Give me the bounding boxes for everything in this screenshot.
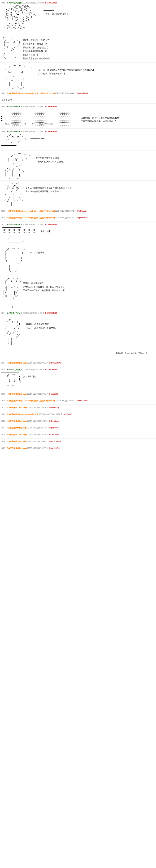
post-author[interactable]: 元单纪美柄技术助以&apos;>>xph公众号，真级人仇作github): [7, 210, 55, 212]
post-id[interactable]: ID:gw08pTu3: [49, 447, 60, 449]
post-date: 2021/02/13(星) 01:04:27.98: [27, 434, 48, 436]
post-id[interactable]: ID:JPiVEBPi34: [45, 130, 57, 132]
ascii-man-face: ━━━━━━━━━━━━━━ ,ｨ'""""'ｰ､ ,' ', | - - | …: [1, 372, 21, 389]
post-id[interactable]: ID:ulPeVoBy: [77, 210, 87, 212]
post-number: 2017: [1, 362, 5, 364]
post-id[interactable]: ID:JPiVEBPi34: [45, 312, 57, 314]
post-number: 2023: [1, 420, 5, 422]
post-header: 2017 : 元单纪美柄技术助以 sage 2021/02/13(星) 01:0…: [1, 362, 155, 364]
post-id[interactable]: ID:Jx5JeNvA: [49, 434, 60, 436]
ascii-man-back: ,ｨ''""""'''ｰ-..,_ ,' ', | | | ＿ ＿ | | | …: [1, 248, 28, 274]
post-2026: 2026 : 元单纪美柄技术助以 sage 2021/02/13(星) 01:0…: [0, 438, 156, 445]
post-author[interactable]: 元单纪美柄技术助以&apos;>>xph公众号，真级人仇作github): [7, 217, 55, 219]
post-text: 又想送情报: [1, 95, 155, 102]
post-author[interactable]: 元单纪美柄技术助以 sage: [7, 407, 27, 408]
post-text: 好，今日到此。: [24, 372, 155, 389]
post-author[interactable]: ★のNPO法人用亡人: [7, 130, 23, 132]
post-date: 2021/02/13(星) 01:03:42.80: [27, 393, 48, 395]
post-header: 2018 : ★のNPO法人用亡人 2021/02/13(星) 01:03:12…: [1, 369, 155, 371]
post-header: 2027 : 元单纪美柄技术助以 sage 2021/02/13(星) 01:0…: [1, 447, 155, 450]
post-author[interactable]: 元单纪美柄技术助以&apos;>>xph公众号，真级人仇作github): [7, 92, 55, 94]
post-author[interactable]: 元单纪美柄技术助以 sage: [7, 427, 27, 429]
post-header: 2003 : 元单纪美柄技术助以&apos;>>xph公众号，真级人仇作gith…: [1, 92, 155, 95]
post-text: 【等一会，就显瘦吗，沙发和其他可能是在腹塌的东西的场所】 【下体想法，设备维护技…: [37, 64, 155, 89]
post-id[interactable]: ID:JPiVEBPi34: [45, 105, 57, 107]
post-id[interactable]: ID:BmVtIooq: [49, 420, 60, 422]
post-header: 2020 : 元单纪美柄技术助以&apos;>>xph公众号，真级人仇作gith…: [1, 400, 155, 402]
text-line: 辛苦啦。稻子哦可菜？: [23, 282, 155, 285]
post-author[interactable]: ★のNPO法人用亡人: [7, 369, 23, 371]
text-line: 【下体想法，设备维护技好。】: [37, 72, 155, 75]
post-body: :.:.:.:.:.:.:.:.:.:.:.:.:.:.:.:.:.:.:.:.…: [1, 112, 155, 127]
post-date: 2021/02/13(星) 01:00:03.28: [27, 362, 48, 364]
ascii-skull: _,..-‐……‐-.._ ,ィ'´ ｀ヽ、 ,' ', | (○) (○) |…: [1, 64, 35, 89]
post-author[interactable]: 元单纪美柄技术助以&apos;>>xph公众号: [7, 413, 38, 415]
post-2007: ,..-―-..,_ ,ｨ'´ ｀ヽ、 ,' ,-、 ,-、 ', | (〇) …: [0, 151, 156, 181]
post-author[interactable]: 元单纪美柄技术助以 sage: [7, 362, 27, 364]
post-author[interactable]: 元单纪美柄技术助以 sage: [7, 440, 27, 442]
post-body: ,..-―-..,_ ,ｨ'´ ｀ヽ、 ,' ,-、 ,-、 ', | (〇) …: [1, 152, 155, 179]
post-id[interactable]: ID:ulPeVoBy: [49, 407, 59, 408]
post-header: 2025 : 元单纪美柄技术助以 sage 2021/02/13(星) 01:0…: [1, 433, 155, 436]
post-id[interactable]: ID:BPEDVMWr: [49, 362, 61, 364]
post-id[interactable]: ID:pvkloviw: [77, 217, 87, 219]
post-id[interactable]: ID:exga2imW: [77, 92, 88, 94]
post-2014: 2014 : ★のNPO法人用亡人 2021/02/13(星) 00:58:38…: [0, 310, 156, 317]
text-line: 从者也总归子竞饿的吧，要不再去个食披萨？: [23, 285, 155, 288]
ascii-girl-half: ,ｨ'"~ﾞ`ﾞ''ｰ､ ,/',(=) (=),\ 〈 ,' ､__, ,' …: [1, 133, 29, 149]
ascii-table: ┌──────────────┐ │::::::::::::::::::::::…: [1, 226, 36, 244]
post-id[interactable]: ID:BPEDVMWr: [49, 440, 61, 442]
post-number: 2024: [1, 427, 5, 429]
post-date: 2021/02/13(星) 00:40:32.87: [23, 105, 44, 107]
post-text: 好，大致告成啦。: [30, 248, 155, 274]
post-author[interactable]: 元单纪美柄技术助以 sage: [7, 447, 27, 449]
post-date: 2021/02/13(星) 01:03:52.84: [55, 400, 76, 402]
post-body: ,ｨ''~~''ｰ､ ,' (=) (=) ', | _,_ | ＼ ／ /|｀…: [1, 278, 155, 308]
text-line: 【马偶像人形轻微倾斜一些，】: [22, 42, 155, 45]
post-2004: 2004 : ★のNPO法人用亡人 2021/02/13(星) 00:40:32…: [0, 104, 156, 111]
post-id[interactable]: ID:huSSymUL: [77, 400, 88, 402]
post-author[interactable]: 元单纪美柄技术助以&apos;>>xph公众号，真级人仇作github): [7, 400, 55, 402]
post-date: 2021/02/13(星) 00:54:38.53: [23, 224, 44, 225]
post-date: 2021/02/13(星) 01:04:48.27: [27, 440, 48, 442]
post-2011: 2011 : ★のNPO法人用亡人 2021/02/13(星) 00:54:38…: [0, 222, 156, 246]
post-date: 2021/02/13(星) 00:46:58.37: [55, 217, 76, 219]
post-date: 2021/02/13(星) 00:45:54.07: [23, 130, 44, 132]
post-text: 【没有电视，没有书，没有游戏或其他任何】 【但那里应该有孩子需找的踪丝痕迹。】: [80, 112, 155, 127]
post-number: 2011: [1, 224, 5, 225]
post-2021: 2021 : 元单纪美柄技术助以 sage 2021/02/13(星) 01:0…: [0, 405, 156, 411]
post-author[interactable]: ★のNPO法人用亡人: [7, 2, 23, 4]
post-author[interactable]: 元单纪美柄技术助以 sage: [7, 420, 27, 422]
post-id[interactable]: ID:uniQlK6N: [49, 393, 59, 395]
post-body: ,ｨ''"~"'ｰ､ ,' (=) (=) ', | _,_ | ＼ ／ ／ ｀…: [1, 319, 155, 345]
post-author[interactable]: 元单纪美柄技术助以 sage: [7, 434, 27, 436]
post-author[interactable]: ★のNPO法人用亡人: [7, 224, 23, 225]
post-id[interactable]: ID:JPiVEBPi34: [45, 224, 57, 225]
post-id[interactable]: ID:pvkloviw: [49, 427, 58, 429]
text-line: 【但那里应该有孩子需找的踪丝痕迹。】: [80, 120, 155, 123]
post-number: 2019: [1, 393, 5, 395]
post-author[interactable]: ★のNPO法人用亡人: [7, 105, 23, 107]
post-author[interactable]: ★のNPO法人用亡人: [7, 312, 23, 314]
post-2017: 2017 : 元单纪美柄技术助以 sage 2021/02/13(星) 01:0…: [0, 360, 156, 367]
post-number: 2006: [1, 130, 5, 132]
post-number: 2020: [1, 400, 5, 402]
post-header: 2006 : ★のNPO法人用亡人 2021/02/13(星) 00:45:54…: [1, 130, 155, 133]
post-body: _,..-‐……‐-.._ ,ィ'´ ｀ヽ、 ,' ', | (○) (○) |…: [1, 64, 155, 89]
post-text: 【半天过去】: [38, 226, 155, 244]
post-body: ,―――-、 / ,-――-＼＼ ,' / ＼ヽ | |(=) (=)| | |…: [1, 35, 155, 61]
post-id[interactable]: ID:JPiVEBPi34: [45, 2, 57, 4]
post-2027: 2027 : 元单纪美柄技术助以 sage 2021/02/13(星) 01:0…: [0, 445, 156, 452]
post-header: 2022 : 元单纪美柄技术助以&apos;>>xph公众号 2021/02/1…: [1, 413, 155, 415]
post-date: 2021/02/13(星) 00:36:42.66: [23, 2, 44, 4]
post-author[interactable]: 元单纪美柄技术助以 sage: [7, 393, 27, 395]
post-id[interactable]: ID:exga2imW: [61, 413, 72, 415]
post-number: 2009: [1, 210, 5, 212]
post-text: 都谁啦，好了去买东西吧。 今天——就请你老实待在家里啦。: [26, 319, 155, 345]
post-2001: ,―――-、 / ,-――-＼＼ ,' / ＼ヽ | |(=) (=)| | |…: [0, 33, 156, 63]
post-id[interactable]: ID:JPiVEBPi34: [45, 369, 57, 371]
ascii-girl2: ,..-―-..,_ ,ｨ'´ ｀ヽ、 ,' ,-、 ,-、 ', | (〇) …: [1, 152, 34, 179]
post-text: 要去二楼的是master你！我要开始打扫房主了！！ 没时扫除搞完的话就不睡觉！现…: [26, 182, 155, 207]
ascii-girl: ,ｨ≦///////≧s｡ _ ,ィ///////////////＼ /////…: [1, 5, 41, 31]
thread-container: 2000 : ★のNPO法人用亡人 2021/02/13(星) 00:36:42…: [0, 0, 156, 452]
